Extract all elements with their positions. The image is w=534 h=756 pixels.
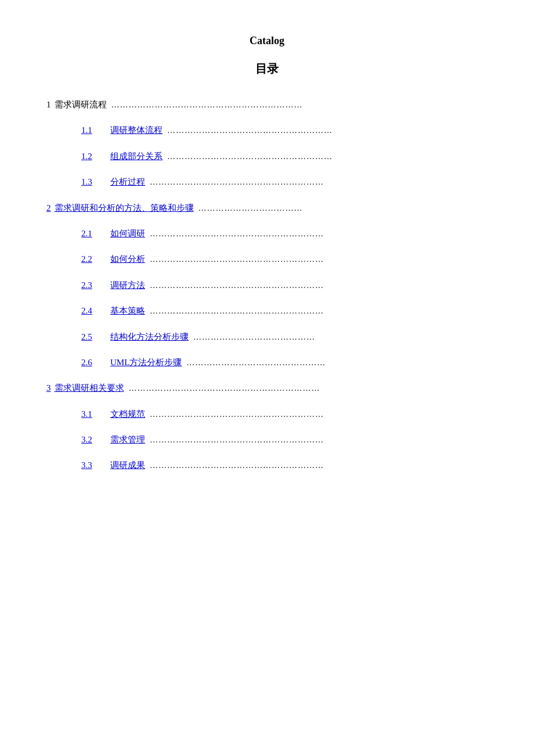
toc-text-item-3-1[interactable]: 文档规范 [110, 407, 145, 421]
toc-text-item-2-2[interactable]: 如何分析 [110, 252, 145, 266]
toc-number-item-2-6[interactable]: 2.6 [81, 355, 99, 369]
page-title-en: Catalog [46, 35, 488, 47]
toc-dots-item-3-1: …………………………………………………… [147, 408, 488, 421]
toc-text-item-3[interactable]: 需求调研相关要求 [55, 381, 124, 395]
toc-number-item-3-1[interactable]: 3.1 [81, 407, 99, 421]
toc-number-item-2-1[interactable]: 2.1 [81, 226, 99, 240]
toc-item-item-2-3[interactable]: 2.3调研方法…………………………………………………… [46, 278, 488, 292]
toc-dots-item-2-6: ………………………………………… [184, 357, 488, 369]
toc-number-item-1-2[interactable]: 1.2 [81, 149, 99, 163]
toc-text-item-2-4[interactable]: 基本策略 [110, 304, 145, 318]
toc-item-item-3-1[interactable]: 3.1文档规范…………………………………………………… [46, 407, 488, 421]
toc-number-item-2-4[interactable]: 2.4 [81, 304, 99, 318]
toc-item-item-3-2[interactable]: 3.2需求管理…………………………………………………… [46, 433, 488, 447]
page-title-cn: 目录 [46, 61, 488, 77]
toc-number-item-2-5[interactable]: 2.5 [81, 330, 99, 344]
toc-number-item-1-3[interactable]: 1.3 [81, 175, 99, 189]
toc-number-item-3-3[interactable]: 3.3 [81, 458, 99, 472]
toc-item-item-2-5[interactable]: 2.5结构化方法分析步骤…………………………………… [46, 330, 488, 344]
toc-dots-item-2-1: …………………………………………………… [147, 228, 488, 240]
toc-dots-item-1-1: ………………………………………………… [165, 124, 488, 137]
toc-text-item-3-3[interactable]: 调研成果 [110, 458, 145, 472]
toc-dots-item-1: ………………………………………………………… [109, 99, 488, 111]
toc-number-item-2: 2 [46, 201, 51, 215]
toc-dots-item-1-2: ………………………………………………… [165, 150, 488, 163]
toc-dots-item-3: ………………………………………………………… [127, 382, 488, 395]
toc-dots-item-3-2: …………………………………………………… [147, 434, 488, 447]
toc-text-item-2-6[interactable]: UML方法分析步骤 [110, 355, 182, 369]
toc-item-item-1-2[interactable]: 1.2组成部分关系………………………………………………… [46, 149, 488, 163]
toc-text-item-3-2[interactable]: 需求管理 [110, 433, 145, 447]
toc-number-item-2-3[interactable]: 2.3 [81, 278, 99, 292]
toc-text-item-2-5[interactable]: 结构化方法分析步骤 [110, 330, 189, 344]
toc-text-item-2-1[interactable]: 如何调研 [110, 226, 145, 240]
toc-item-item-2-1[interactable]: 2.1如何调研…………………………………………………… [46, 226, 488, 240]
toc-item-item-1-1[interactable]: 1.1调研整体流程………………………………………………… [46, 123, 488, 137]
toc-dots-item-2-3: …………………………………………………… [147, 279, 488, 292]
toc-text-item-1-3[interactable]: 分析过程 [110, 175, 145, 189]
toc-dots-item-2-4: …………………………………………………… [147, 305, 488, 318]
toc-dots-item-2-5: …………………………………… [191, 331, 488, 344]
toc-item-item-2-4[interactable]: 2.4基本策略…………………………………………………… [46, 304, 488, 318]
toc-number-item-2-2[interactable]: 2.2 [81, 252, 99, 266]
toc-item-item-1-3[interactable]: 1.3分析过程…………………………………………………… [46, 175, 488, 189]
toc-dots-item-2-2: …………………………………………………… [147, 253, 488, 266]
toc-item-item-3[interactable]: 3需求调研相关要求………………………………………………………… [46, 381, 488, 395]
toc-item-item-2-2[interactable]: 2.2如何分析…………………………………………………… [46, 252, 488, 266]
toc-item-item-2-6[interactable]: 2.6UML方法分析步骤………………………………………… [46, 355, 488, 369]
toc-text-item-1: 需求调研流程 [55, 98, 107, 111]
toc-text-item-2-3[interactable]: 调研方法 [110, 278, 145, 292]
toc-text-item-1-2[interactable]: 组成部分关系 [110, 149, 163, 163]
toc-text-item-2[interactable]: 需求调研和分析的方法、策略和步骤 [55, 201, 194, 215]
toc-number-item-3: 3 [46, 381, 51, 395]
toc-number-item-1: 1 [46, 98, 51, 111]
toc-item-item-3-3[interactable]: 3.3调研成果…………………………………………………… [46, 458, 488, 472]
toc-dots-item-1-3: …………………………………………………… [147, 176, 488, 189]
toc-dots-item-2: ……………………………… [196, 202, 488, 215]
toc-text-item-1-1[interactable]: 调研整体流程 [110, 123, 163, 137]
toc-dots-item-3-3: …………………………………………………… [147, 459, 488, 472]
toc-container: 1需求调研流程…………………………………………………………1.1调研整体流程……… [46, 98, 488, 473]
toc-item-item-2[interactable]: 2需求调研和分析的方法、策略和步骤……………………………… [46, 201, 488, 215]
toc-number-item-1-1[interactable]: 1.1 [81, 123, 99, 137]
toc-item-item-1: 1需求调研流程………………………………………………………… [46, 98, 488, 111]
toc-number-item-3-2[interactable]: 3.2 [81, 433, 99, 447]
